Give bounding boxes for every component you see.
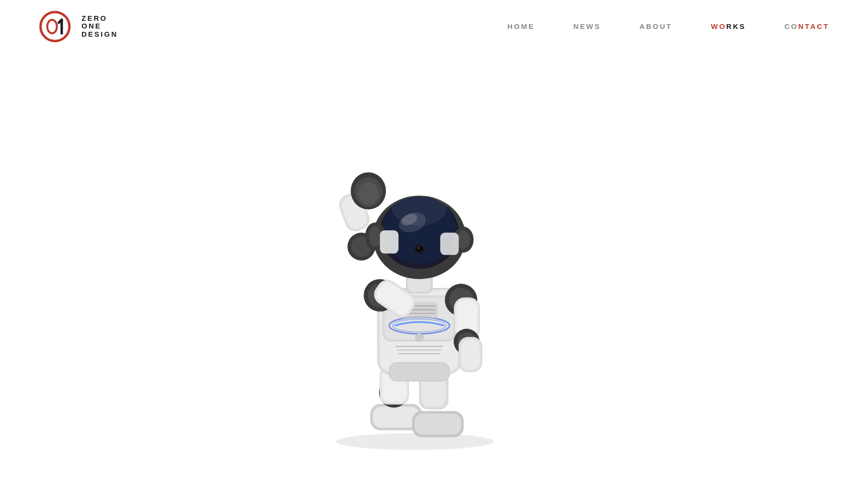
logo-line-2: ONE	[81, 22, 118, 30]
svg-point-66	[392, 189, 447, 226]
robot-illustration	[275, 89, 555, 451]
svg-point-60	[369, 226, 382, 247]
site-header: ZERO ONE DESIGN HOME NEWS ABOUT WORKS CO…	[0, 0, 868, 53]
nav-home[interactable]: HOME	[507, 22, 535, 30]
svg-point-1	[47, 20, 57, 33]
svg-rect-68	[440, 233, 459, 255]
svg-rect-40	[461, 339, 479, 370]
svg-rect-23	[389, 362, 449, 381]
svg-point-4	[336, 433, 494, 450]
nav-news[interactable]: NEWS	[573, 22, 601, 30]
main-nav: HOME NEWS ABOUT WORKS CONTACT	[507, 22, 829, 30]
svg-point-65	[418, 247, 420, 249]
svg-rect-8	[415, 414, 461, 434]
svg-point-64	[416, 246, 422, 252]
logo-icon	[39, 8, 75, 44]
svg-point-51	[358, 182, 379, 204]
svg-point-0	[41, 12, 69, 41]
logo-text: ZERO ONE DESIGN	[81, 14, 118, 39]
nav-works[interactable]: WORKS	[711, 22, 746, 30]
nav-about[interactable]: ABOUT	[639, 22, 672, 30]
svg-point-62	[457, 230, 470, 249]
logo[interactable]: ZERO ONE DESIGN	[39, 8, 118, 44]
logo-line-1: ZERO	[81, 14, 118, 23]
svg-rect-67	[380, 230, 398, 253]
svg-point-32	[418, 335, 421, 339]
main-content	[0, 53, 868, 487]
nav-contact[interactable]: CONTACT	[785, 22, 829, 30]
logo-line-3: DESIGN	[81, 30, 118, 39]
robot-image-container	[275, 89, 555, 451]
